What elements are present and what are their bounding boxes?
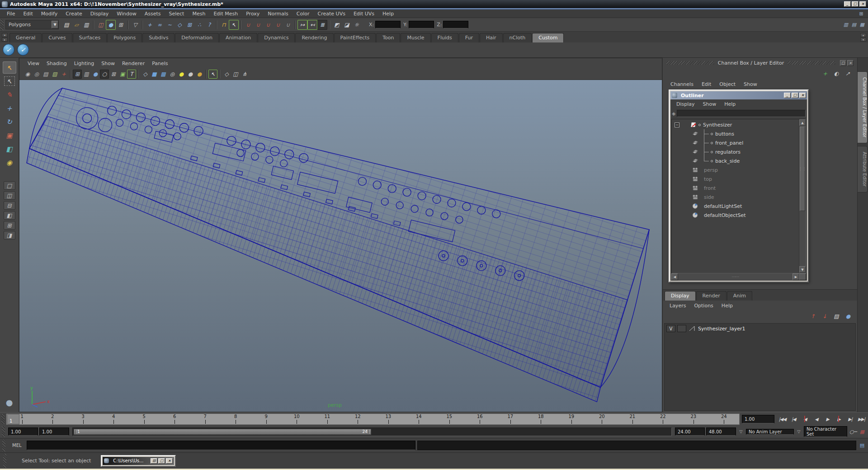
outliner-item[interactable]: − defaultObjectSet [672, 211, 799, 220]
shelf-item-button[interactable]: ✓ [17, 44, 29, 56]
menu-item[interactable]: Edit [19, 10, 37, 18]
viewport-menu-item[interactable]: Renderer [118, 60, 148, 67]
dock-toggle-icon[interactable]: ▦ [858, 21, 866, 28]
layer-editor-menu-item[interactable]: Layers [665, 302, 690, 310]
menu-item[interactable]: Color [292, 10, 314, 18]
coordinate-input[interactable] [375, 21, 401, 28]
statusline-icon[interactable]: ● [106, 20, 116, 30]
sidebar-tab[interactable]: Channel Box / Layer Editor [858, 71, 868, 143]
statusline-icon[interactable]: ↦ [297, 20, 307, 30]
menu-item[interactable]: Modify [37, 10, 61, 18]
sidebar-tab[interactable]: Attribute Editor [858, 146, 868, 193]
scrollbar-thumb[interactable]: ⋮⋮ [800, 127, 805, 211]
statusline-icon[interactable]: ∪ [283, 20, 293, 30]
current-time-field[interactable]: 1.00 [742, 415, 774, 423]
toolbar-grip[interactable] [2, 426, 5, 437]
shelf-tab[interactable]: Custom [532, 33, 564, 42]
statusline-icon[interactable]: ∞ [155, 20, 165, 30]
toolbox-tool[interactable]: ↖ [3, 61, 16, 74]
pane-layout-button[interactable]: □ [4, 181, 15, 190]
menu-item[interactable]: Proxy [242, 10, 264, 18]
channel-box-menu-item[interactable]: Object [715, 80, 740, 88]
outliner-titlebar[interactable]: Outliner _□× [670, 91, 807, 99]
animation-start-field[interactable]: 1.00 [39, 428, 69, 436]
viewport-icon[interactable] [70, 70, 71, 79]
viewport-icon[interactable]: ▣ [118, 70, 127, 79]
outliner-item[interactable]: − top [672, 174, 799, 183]
toolbox-tool[interactable]: ↖ [3, 75, 16, 87]
layer-swatch-icon[interactable] [688, 325, 696, 332]
viewport-icon[interactable]: ● [186, 70, 195, 79]
outliner-item-label[interactable]: side [704, 194, 714, 200]
viewport-icon[interactable]: ■ [150, 70, 159, 79]
outliner-item-label[interactable]: buttons [715, 131, 734, 137]
shelf-tab[interactable]: Subdivs [142, 33, 175, 42]
outliner-item-label[interactable]: defaultLightSet [704, 203, 742, 209]
animation-end-field[interactable]: 48.00 [706, 428, 736, 436]
range-slider-icon[interactable]: ▦ [858, 428, 867, 436]
shelf-tab[interactable]: Hair [480, 33, 503, 42]
chevron-down-icon[interactable]: ▼ [52, 21, 58, 28]
menu-item[interactable]: Create UVs [314, 10, 349, 18]
statusline-icon[interactable]: ⊓ [219, 20, 229, 30]
anim-layer-dropdown[interactable]: No Anim Layer [746, 429, 794, 435]
toolbox-tool[interactable]: ▣ [3, 129, 16, 141]
shelf-tab[interactable]: Muscle [401, 33, 430, 42]
character-set-dropdown[interactable]: No Character Set [804, 426, 847, 437]
transport-button[interactable]: ◀ [811, 414, 822, 423]
transport-button[interactable]: ▶ [822, 414, 833, 423]
frame-tick[interactable]: 10 [282, 414, 312, 424]
scroll-up-icon[interactable]: ▲ [799, 119, 806, 126]
outliner-item[interactable]: − front_panel [672, 138, 799, 147]
pane-layout-button[interactable]: ◫ [4, 191, 15, 200]
coordinate-input[interactable] [409, 21, 434, 28]
viewport-icon[interactable]: ◇ [222, 70, 231, 79]
shelf-tab[interactable]: Fluids [431, 33, 458, 42]
frame-tick[interactable]: 19 [556, 414, 587, 424]
command-output[interactable] [417, 441, 856, 450]
outliner-window-button[interactable]: □ [792, 93, 798, 98]
statusline-icon[interactable]: ◪ [342, 20, 352, 30]
scroll-right-icon[interactable]: ▶ [793, 273, 799, 280]
viewport-menu-item[interactable]: Show [98, 60, 118, 67]
frame-tick[interactable]: 20 [587, 414, 618, 424]
channel-box-icon[interactable]: ↗ [844, 70, 852, 78]
transport-button[interactable]: ▶▶| [856, 414, 867, 423]
shelf-tab[interactable]: nCloth [503, 33, 532, 42]
transport-button[interactable]: ▶| [844, 414, 856, 423]
viewport-canvas[interactable]: y x persp [19, 80, 662, 412]
transport-button[interactable]: |◀ [788, 414, 799, 423]
menu-item[interactable]: File [3, 10, 19, 18]
minimized-window[interactable]: C:\Users\Us... ⊡□× [101, 455, 176, 467]
script-editor-icon[interactable]: ▤ [858, 442, 866, 449]
statusline-icon[interactable] [93, 20, 94, 29]
playback-start-field[interactable]: 1.00 [8, 428, 38, 436]
viewport-icon[interactable]: ▩ [159, 70, 168, 79]
outliner-item[interactable]: − side [672, 193, 799, 202]
window-button[interactable]: □ [852, 1, 859, 7]
viewport-icon[interactable]: T [127, 70, 136, 79]
statusline-icon[interactable]: ? [204, 20, 214, 30]
menu-item[interactable]: Select [165, 10, 188, 18]
outliner-item[interactable]: − regulators [672, 147, 799, 156]
viewport-icon[interactable]: ↖ [208, 70, 217, 79]
dock-button[interactable]: × [847, 60, 854, 66]
layer-editor-menu-item[interactable]: Help [717, 302, 737, 310]
frame-tick[interactable]: 12 [343, 414, 373, 424]
statusline-icon[interactable]: ▱ [71, 20, 81, 30]
shelf-tab[interactable]: General [9, 33, 42, 42]
statusline-icon[interactable]: ~ [165, 20, 175, 30]
menu-item[interactable]: Display [86, 10, 113, 18]
statusline-icon[interactable]: ∪ [273, 20, 283, 30]
shelf-tab[interactable]: Dynamics [258, 33, 295, 42]
statusline-icon[interactable]: ◫ [96, 20, 106, 30]
shelf-overflow-down-icon[interactable]: ▾ [860, 38, 866, 42]
toolbar-grip[interactable] [1, 414, 5, 424]
layer-editor-tab[interactable]: Display [665, 291, 696, 301]
outliner-item[interactable]: − buttons [672, 129, 799, 138]
transport-button[interactable]: |◀◀ [777, 414, 788, 423]
frame-tick[interactable]: 18 [526, 414, 557, 424]
shelf-tab[interactable]: PaintEffects [334, 33, 376, 42]
layer-editor-icon[interactable]: ▤ [832, 312, 841, 320]
scroll-left-icon[interactable]: ◀ [671, 273, 678, 280]
